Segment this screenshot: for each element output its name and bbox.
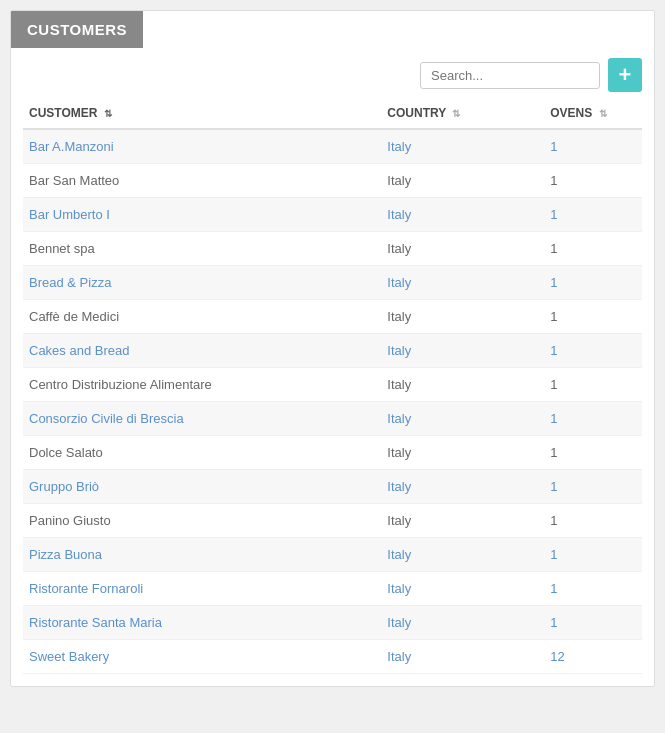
table-header-row: CUSTOMER ⇅ COUNTRY ⇅ OVENS ⇅ bbox=[23, 98, 642, 129]
table-row[interactable]: Gruppo BriòItaly1 bbox=[23, 470, 642, 504]
cell-customer: Gruppo Briò bbox=[23, 470, 381, 504]
cell-country: Italy bbox=[381, 402, 544, 436]
customers-panel: CUSTOMERS + CUSTOMER ⇅ COUNTRY ⇅ OVENS bbox=[10, 10, 655, 687]
add-button[interactable]: + bbox=[608, 58, 642, 92]
cell-country: Italy bbox=[381, 129, 544, 164]
col-header-country[interactable]: COUNTRY ⇅ bbox=[381, 98, 544, 129]
table-row[interactable]: Consorzio Civile di BresciaItaly1 bbox=[23, 402, 642, 436]
cell-customer: Panino Giusto bbox=[23, 504, 381, 538]
cell-ovens: 1 bbox=[544, 300, 642, 334]
cell-country: Italy bbox=[381, 572, 544, 606]
table-row[interactable]: Bar Umberto IItaly1 bbox=[23, 198, 642, 232]
cell-customer: Bar A.Manzoni bbox=[23, 129, 381, 164]
sort-icon-ovens: ⇅ bbox=[599, 108, 607, 119]
col-header-ovens[interactable]: OVENS ⇅ bbox=[544, 98, 642, 129]
cell-customer: Caffè de Medici bbox=[23, 300, 381, 334]
panel-header: CUSTOMERS bbox=[11, 11, 143, 48]
table-row[interactable]: Ristorante Santa MariaItaly1 bbox=[23, 606, 642, 640]
cell-country: Italy bbox=[381, 300, 544, 334]
cell-customer: Dolce Salato bbox=[23, 436, 381, 470]
cell-ovens: 1 bbox=[544, 164, 642, 198]
cell-ovens: 1 bbox=[544, 572, 642, 606]
table-row[interactable]: Cakes and BreadItaly1 bbox=[23, 334, 642, 368]
table-row[interactable]: Centro Distribuzione AlimentareItaly1 bbox=[23, 368, 642, 402]
cell-ovens: 1 bbox=[544, 470, 642, 504]
table-row[interactable]: Pizza BuonaItaly1 bbox=[23, 538, 642, 572]
table-body: Bar A.ManzoniItaly1Bar San MatteoItaly1B… bbox=[23, 129, 642, 674]
cell-country: Italy bbox=[381, 334, 544, 368]
cell-ovens: 1 bbox=[544, 129, 642, 164]
cell-country: Italy bbox=[381, 232, 544, 266]
cell-customer: Bennet spa bbox=[23, 232, 381, 266]
cell-ovens: 1 bbox=[544, 198, 642, 232]
table-row[interactable]: Dolce SalatoItaly1 bbox=[23, 436, 642, 470]
cell-ovens: 1 bbox=[544, 538, 642, 572]
table-row[interactable]: Panino GiustoItaly1 bbox=[23, 504, 642, 538]
cell-country: Italy bbox=[381, 606, 544, 640]
cell-customer: Cakes and Bread bbox=[23, 334, 381, 368]
customers-table: CUSTOMER ⇅ COUNTRY ⇅ OVENS ⇅ Bar A.Manzo… bbox=[23, 98, 642, 674]
cell-country: Italy bbox=[381, 470, 544, 504]
cell-ovens: 1 bbox=[544, 334, 642, 368]
cell-customer: Bar San Matteo bbox=[23, 164, 381, 198]
table-row[interactable]: Sweet BakeryItaly12 bbox=[23, 640, 642, 674]
cell-country: Italy bbox=[381, 538, 544, 572]
panel-title: CUSTOMERS bbox=[27, 21, 127, 38]
cell-ovens: 1 bbox=[544, 266, 642, 300]
cell-ovens: 1 bbox=[544, 504, 642, 538]
table-row[interactable]: Bar San MatteoItaly1 bbox=[23, 164, 642, 198]
cell-customer: Sweet Bakery bbox=[23, 640, 381, 674]
cell-customer: Ristorante Santa Maria bbox=[23, 606, 381, 640]
cell-country: Italy bbox=[381, 266, 544, 300]
search-input[interactable] bbox=[420, 62, 600, 89]
table-wrap: CUSTOMER ⇅ COUNTRY ⇅ OVENS ⇅ Bar A.Manzo… bbox=[11, 98, 654, 686]
cell-ovens: 1 bbox=[544, 232, 642, 266]
cell-country: Italy bbox=[381, 640, 544, 674]
cell-ovens: 1 bbox=[544, 436, 642, 470]
cell-country: Italy bbox=[381, 504, 544, 538]
cell-ovens: 1 bbox=[544, 368, 642, 402]
table-row[interactable]: Bread & PizzaItaly1 bbox=[23, 266, 642, 300]
cell-country: Italy bbox=[381, 164, 544, 198]
cell-customer: Centro Distribuzione Alimentare bbox=[23, 368, 381, 402]
cell-country: Italy bbox=[381, 368, 544, 402]
cell-country: Italy bbox=[381, 198, 544, 232]
cell-country: Italy bbox=[381, 436, 544, 470]
cell-ovens: 12 bbox=[544, 640, 642, 674]
table-row[interactable]: Ristorante FornaroliItaly1 bbox=[23, 572, 642, 606]
col-header-customer[interactable]: CUSTOMER ⇅ bbox=[23, 98, 381, 129]
cell-ovens: 1 bbox=[544, 606, 642, 640]
sort-icon-customer: ⇅ bbox=[104, 108, 112, 119]
cell-customer: Consorzio Civile di Brescia bbox=[23, 402, 381, 436]
table-row[interactable]: Bennet spaItaly1 bbox=[23, 232, 642, 266]
table-row[interactable]: Caffè de MediciItaly1 bbox=[23, 300, 642, 334]
sort-icon-country: ⇅ bbox=[452, 108, 460, 119]
toolbar: + bbox=[11, 48, 654, 98]
cell-customer: Pizza Buona bbox=[23, 538, 381, 572]
cell-customer: Bar Umberto I bbox=[23, 198, 381, 232]
cell-ovens: 1 bbox=[544, 402, 642, 436]
cell-customer: Ristorante Fornaroli bbox=[23, 572, 381, 606]
cell-customer: Bread & Pizza bbox=[23, 266, 381, 300]
table-row[interactable]: Bar A.ManzoniItaly1 bbox=[23, 129, 642, 164]
